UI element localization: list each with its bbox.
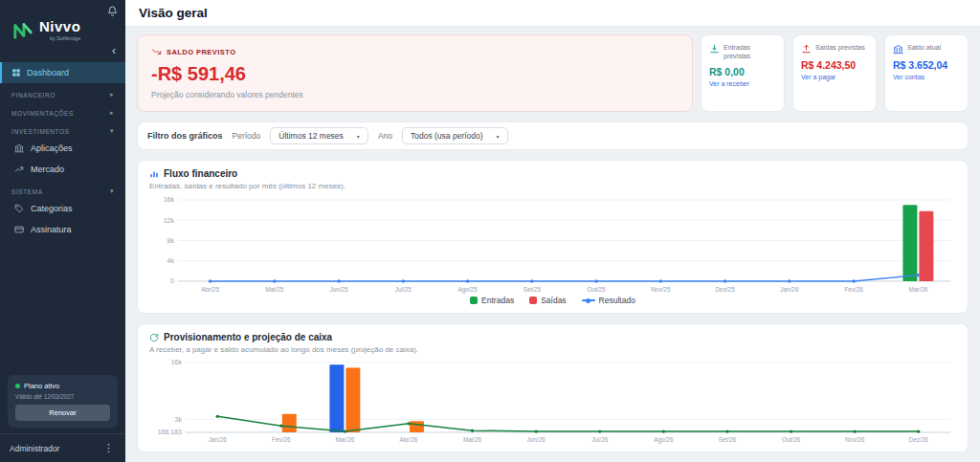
forecast-header: SALDO PREVISTO — [151, 47, 679, 57]
svg-text:Jul/25: Jul/25 — [395, 286, 412, 293]
card-label: Entradas previstas — [724, 43, 776, 61]
svg-text:8k: 8k — [167, 237, 175, 244]
chart-title: Provisionamento e projeção de caixa — [164, 332, 332, 342]
card-label: Saldo atual — [907, 43, 941, 52]
svg-text:Ago/25: Ago/25 — [457, 286, 478, 294]
svg-text:Out/26: Out/26 — [782, 436, 801, 443]
chart-filters-bar: Filtro dos gráficos Período Últimos 12 m… — [137, 121, 969, 150]
line-chart-icon — [14, 165, 24, 174]
topbar: Visão geral — [125, 0, 980, 27]
legend-label: Saídas — [541, 296, 566, 305]
card-value: R$ 4.243,50 — [801, 59, 868, 71]
sidebar-section-financeiro[interactable]: FINANCEIRO ▸ — [0, 83, 125, 101]
svg-text:Jun/26: Jun/26 — [527, 436, 546, 443]
chevron-down-icon: ▾ — [110, 187, 114, 195]
legend-swatch — [529, 297, 537, 304]
chevron-right-icon: ▸ — [110, 109, 114, 117]
sidebar-item-dashboard[interactable]: Dashboard — [0, 62, 125, 83]
incoming-forecast-card: Entradas previstas R$ 0,00 Ver a receber — [701, 34, 785, 112]
period-label: Período — [233, 131, 261, 141]
forecast-balance-card: SALDO PREVISTO -R$ 591,46 Projeção consi… — [137, 34, 693, 112]
sidebar-section-investimentos[interactable]: INVESTIMENTOS ▾ — [0, 120, 125, 138]
outgoing-forecast-card: Saídas previstas R$ 4.243,50 Ver a pagar — [792, 34, 877, 112]
sidebar-item-mercado[interactable]: Mercado — [0, 159, 125, 180]
card-value: R$ 0,00 — [709, 66, 776, 77]
svg-text:Fev/26: Fev/26 — [272, 436, 291, 443]
legend-label: Resultado — [599, 296, 635, 305]
svg-text:188.183: 188.183 — [158, 429, 182, 435]
content: SALDO PREVISTO -R$ 591,46 Projeção consi… — [125, 27, 980, 462]
sidebar-footer: Administrador ⋮ — [0, 433, 125, 462]
section-label: FINANCEIRO — [11, 92, 56, 99]
user-label: Administrador — [10, 444, 59, 453]
chart-title-row: Provisionamento e projeção de caixa — [149, 332, 956, 342]
period-select-value: Últimos 12 meses — [278, 131, 344, 141]
section-label: MOVIMENTAÇÕES — [11, 110, 74, 117]
projection-chart-card: Provisionamento e projeção de caixa A re… — [137, 323, 969, 452]
svg-text:16k: 16k — [164, 196, 175, 203]
sidebar-item-aplicacoes[interactable]: Aplicações — [0, 138, 125, 159]
legend-swatch — [582, 299, 595, 301]
chevron-right-icon: ▸ — [110, 91, 114, 99]
page-title: Visão geral — [139, 6, 208, 20]
current-balance-card: Saldo atual R$ 3.652,04 Ver contas — [884, 34, 969, 112]
bank-icon — [14, 143, 24, 153]
svg-text:Jul/26: Jul/26 — [591, 436, 608, 443]
dashboard-grid-icon — [11, 68, 21, 77]
svg-text:Mai/26: Mai/26 — [463, 436, 482, 443]
svg-text:0: 0 — [170, 277, 174, 284]
svg-text:Abr/25: Abr/25 — [201, 286, 219, 293]
projection-icon — [149, 333, 159, 342]
legend-swatch — [470, 297, 478, 304]
kebab-menu-icon[interactable]: ⋮ — [101, 442, 116, 454]
card-value: R$ 3.652,04 — [893, 59, 960, 71]
svg-text:Mai/25: Mai/25 — [265, 286, 284, 293]
svg-text:Mar/26: Mar/26 — [908, 286, 927, 293]
svg-text:Set/26: Set/26 — [719, 436, 737, 443]
trend-down-icon — [151, 47, 162, 57]
chart-legend: Entradas Saídas Resultado — [149, 296, 956, 305]
notifications-bell-icon[interactable] — [107, 6, 118, 16]
arrow-in-icon — [709, 44, 720, 55]
forecast-note: Projeção considerando valores pendentes — [151, 90, 679, 99]
arrow-out-icon — [801, 44, 812, 55]
section-label: SISTEMA — [11, 188, 43, 195]
sidebar-item-label: Aplicações — [31, 143, 73, 153]
svg-text:4k: 4k — [167, 257, 175, 264]
sidebar-section-movimentacoes[interactable]: MOVIMENTAÇÕES ▸ — [0, 101, 125, 120]
legend-resultado[interactable]: Resultado — [582, 296, 635, 305]
sidebar-item-categorias[interactable]: Categorias — [0, 198, 125, 219]
card-label: Saídas previstas — [815, 43, 865, 52]
main: Visão geral SALDO PREVISTO -R$ 591,46 Pr… — [125, 0, 980, 462]
sidebar-item-label: Categorias — [31, 204, 73, 213]
cashflow-chart[interactable]: 16k12k8k4k0Abr/25Mai/25Jun/25Jul/25Ago/2… — [149, 194, 956, 294]
year-select[interactable]: Todos (usa período) ▾ — [402, 127, 508, 144]
sidebar: Nivvo by Softbridge ‹ Dashboard FINANCEI… — [0, 0, 125, 462]
plan-status: Plano ativo — [15, 382, 110, 390]
plan-status-label: Plano ativo — [24, 382, 59, 390]
svg-text:Nov/26: Nov/26 — [845, 436, 865, 443]
legend-saidas[interactable]: Saídas — [529, 296, 566, 305]
sidebar-item-assinatura[interactable]: Assinatura — [0, 219, 125, 240]
year-label: Ano — [378, 131, 392, 141]
view-receivables-link[interactable]: Ver a receber — [709, 80, 776, 87]
svg-text:Nov/25: Nov/25 — [651, 286, 671, 293]
summary-cards-row: SALDO PREVISTO -R$ 591,46 Projeção consi… — [137, 34, 969, 112]
view-accounts-link[interactable]: Ver contas — [893, 74, 960, 80]
bank-icon — [893, 44, 903, 55]
renew-button[interactable]: Renovar — [15, 405, 110, 421]
projection-chart[interactable]: 16k3k188.183Jan/26Fev/26Mar/26Abr/26Mai/… — [149, 358, 956, 444]
svg-text:16k: 16k — [171, 359, 183, 365]
cashflow-chart-card: Fluxo financeiro Entradas, saídas e resu… — [137, 160, 969, 314]
sidebar-item-label: Mercado — [31, 165, 64, 174]
filters-title: Filtro dos gráficos — [147, 131, 223, 141]
chart-subtitle: A receber, a pagar e saldo acumulado ao … — [149, 345, 956, 354]
period-select[interactable]: Últimos 12 meses ▾ — [270, 127, 368, 144]
logo-name: Nivvo — [39, 19, 80, 33]
sidebar-item-label: Assinatura — [31, 225, 72, 234]
sidebar-collapse-button[interactable]: ‹ — [0, 43, 125, 56]
legend-entradas[interactable]: Entradas — [470, 296, 514, 305]
sidebar-section-sistema[interactable]: SISTEMA ▾ — [0, 180, 125, 198]
svg-text:Jun/25: Jun/25 — [330, 286, 349, 293]
view-payables-link[interactable]: Ver a pagar — [801, 74, 868, 80]
